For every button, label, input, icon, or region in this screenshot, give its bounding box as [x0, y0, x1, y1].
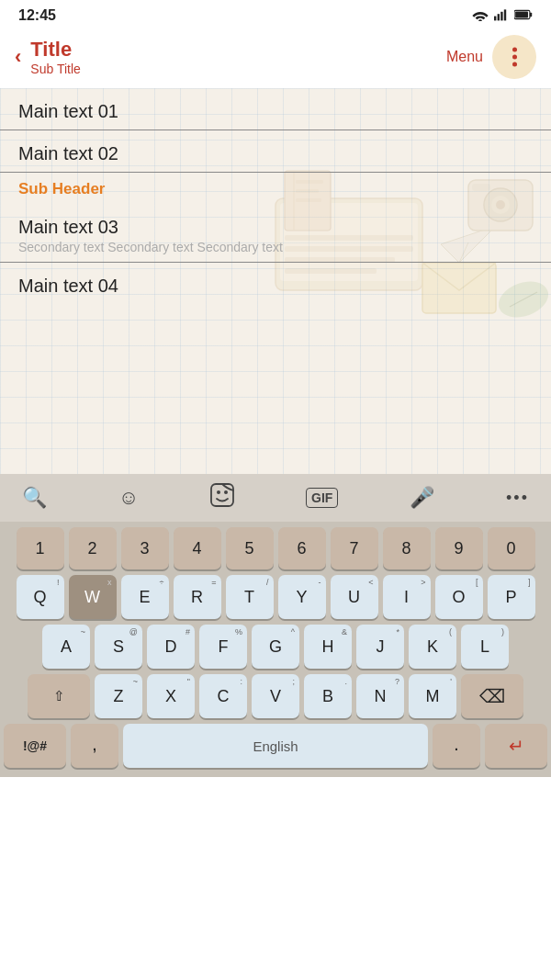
main-text-2: Main text 02: [18, 143, 533, 164]
app-subtitle: Sub Title: [30, 62, 80, 76]
app-bar-left: ‹ Title Sub Title: [15, 38, 81, 76]
svg-point-33: [224, 490, 228, 494]
key-u[interactable]: U<: [331, 575, 378, 619]
battery-icon: [514, 8, 533, 23]
back-button[interactable]: ‹: [15, 45, 21, 69]
key-n[interactable]: N?: [356, 674, 404, 718]
key-6[interactable]: 6: [278, 527, 326, 569]
gif-button[interactable]: GIF: [306, 488, 338, 508]
key-w[interactable]: Wx: [69, 575, 117, 619]
list-item-3: Main text 03 Secondary text Secondary te…: [0, 204, 551, 263]
qwerty-row: Q! Wx E÷ R= T/ Y- U< I> O[ P]: [4, 575, 547, 619]
comma-key[interactable]: ,: [71, 724, 118, 768]
menu-button[interactable]: Menu: [446, 49, 483, 65]
status-time: 12:45: [18, 7, 56, 24]
signal-icon: [494, 8, 509, 24]
number-row: 1 2 3 4 5 6 7 8 9 0: [4, 527, 547, 569]
key-7[interactable]: 7: [331, 527, 378, 569]
key-o[interactable]: O[: [435, 575, 483, 619]
key-t[interactable]: T/: [226, 575, 274, 619]
menu-dots-button[interactable]: [492, 35, 536, 79]
backspace-key[interactable]: ⌫: [461, 674, 523, 718]
key-h[interactable]: H&: [304, 625, 352, 669]
keyboard-toolbar: 🔍 ☺ GIF 🎤 •••: [0, 474, 551, 522]
main-text-4: Main text 04: [18, 276, 533, 297]
shift-key[interactable]: ⇧: [28, 674, 90, 718]
main-text-3: Main text 03: [18, 217, 533, 238]
svg-point-32: [217, 490, 220, 494]
mic-icon[interactable]: 🎤: [410, 486, 434, 510]
key-b[interactable]: B.: [304, 674, 352, 718]
key-k[interactable]: K(: [409, 625, 456, 669]
symbols-key[interactable]: !@#: [4, 724, 66, 768]
sub-header-item: Sub Header: [0, 173, 551, 204]
svg-rect-31: [211, 484, 233, 506]
key-1[interactable]: 1: [17, 527, 64, 569]
wifi-icon: [472, 8, 489, 24]
svg-rect-5: [530, 13, 532, 17]
key-2[interactable]: 2: [69, 527, 117, 569]
key-8[interactable]: 8: [383, 527, 431, 569]
list-item-1: Main text 01: [0, 88, 551, 130]
more-icon[interactable]: •••: [506, 489, 529, 508]
key-f[interactable]: F%: [199, 625, 247, 669]
key-g[interactable]: G^: [252, 625, 299, 669]
key-v[interactable]: V;: [252, 674, 299, 718]
enter-key[interactable]: ↵: [485, 724, 547, 768]
svg-rect-6: [515, 12, 528, 18]
key-s[interactable]: S@: [95, 625, 142, 669]
key-d[interactable]: D#: [147, 625, 195, 669]
key-y[interactable]: Y-: [278, 575, 326, 619]
sub-header-text: Sub Header: [18, 180, 105, 197]
keyboard: 1 2 3 4 5 6 7 8 9 0 Q! Wx E÷ R= T/ Y- U<…: [0, 522, 551, 777]
asdf-row: A~ S@ D# F% G^ H& J* K( L): [4, 625, 547, 669]
key-q[interactable]: Q!: [17, 575, 64, 619]
svg-point-8: [512, 55, 517, 60]
key-9[interactable]: 9: [435, 527, 483, 569]
list-item-4: Main text 04: [0, 263, 551, 304]
title-group: Title Sub Title: [30, 38, 80, 76]
space-key[interactable]: English: [123, 724, 428, 768]
svg-point-9: [512, 62, 517, 67]
key-x[interactable]: X": [147, 674, 195, 718]
key-z[interactable]: Z~: [95, 674, 142, 718]
key-a[interactable]: A~: [42, 625, 90, 669]
bottom-row: !@# , English . ↵: [4, 724, 547, 768]
status-icons: [472, 8, 533, 24]
key-e[interactable]: E÷: [121, 575, 169, 619]
svg-rect-1: [498, 14, 500, 20]
app-title: Title: [30, 38, 80, 62]
key-m[interactable]: M': [409, 674, 456, 718]
sticker-icon[interactable]: [210, 483, 234, 513]
key-3[interactable]: 3: [121, 527, 169, 569]
list-item-2: Main text 02: [0, 130, 551, 173]
key-0[interactable]: 0: [488, 527, 535, 569]
svg-rect-2: [500, 11, 502, 20]
main-text-1: Main text 01: [18, 101, 533, 122]
app-bar: ‹ Title Sub Title Menu: [0, 28, 551, 88]
key-r[interactable]: R=: [174, 575, 221, 619]
svg-rect-0: [494, 16, 496, 20]
zxcv-row: ⇧ Z~ X" C: V; B. N? M' ⌫: [4, 674, 547, 718]
main-content: Main text 01 Main text 02 Sub Header Mai…: [0, 88, 551, 474]
key-c[interactable]: C:: [199, 674, 247, 718]
key-5[interactable]: 5: [226, 527, 274, 569]
key-i[interactable]: I>: [383, 575, 431, 619]
emoji-icon[interactable]: ☺: [118, 486, 139, 510]
key-4[interactable]: 4: [174, 527, 221, 569]
status-bar: 12:45: [0, 0, 551, 28]
search-icon[interactable]: 🔍: [22, 486, 47, 510]
svg-point-7: [512, 48, 517, 52]
app-bar-right: Menu: [446, 35, 536, 79]
key-l[interactable]: L): [461, 625, 509, 669]
key-p[interactable]: P]: [488, 575, 535, 619]
key-j[interactable]: J*: [356, 625, 404, 669]
svg-rect-3: [504, 9, 506, 20]
secondary-text-3: Secondary text Secondary text Secondary …: [18, 240, 533, 254]
period-key[interactable]: .: [433, 724, 480, 768]
